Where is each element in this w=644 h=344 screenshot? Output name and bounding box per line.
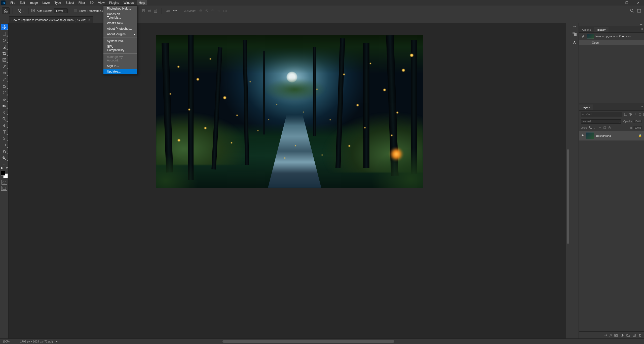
type-tool[interactable]: [1, 129, 8, 135]
spot-heal-tool[interactable]: [1, 70, 8, 76]
layer-visibility-icon[interactable]: 👁: [581, 134, 584, 137]
document-canvas[interactable]: [156, 35, 423, 188]
menu-file[interactable]: File: [8, 0, 17, 5]
filter-type-icon[interactable]: T: [633, 112, 637, 116]
layer-row[interactable]: 👁 Background 🔒: [579, 131, 644, 141]
tool-preset[interactable]: ⌵: [16, 9, 25, 13]
more-align-icon[interactable]: •••: [172, 8, 178, 14]
close-button[interactable]: ✕: [632, 0, 644, 6]
fill-value[interactable]: 100%: [633, 126, 642, 129]
group-layers-icon[interactable]: [626, 334, 630, 337]
align-middle-icon[interactable]: [147, 8, 153, 14]
menu-image[interactable]: Image: [27, 0, 40, 5]
object-selection-tool[interactable]: [1, 44, 8, 50]
hand-tool[interactable]: [1, 149, 8, 155]
filter-shape-icon[interactable]: [638, 112, 642, 116]
layer-style-icon[interactable]: fx: [610, 333, 612, 337]
menu-select[interactable]: Select: [63, 0, 76, 5]
filter-smart-icon[interactable]: [643, 112, 644, 116]
history-brush-source-icon[interactable]: [581, 34, 585, 39]
link-layers-icon[interactable]: ⚯: [604, 333, 607, 337]
show-transform-checkbox[interactable]: [74, 9, 77, 12]
filter-pixel-icon[interactable]: [624, 112, 628, 116]
expand-panels-icon[interactable]: ◂◂: [570, 25, 579, 28]
menu-photoshop-help[interactable]: Photoshop Help...: [103, 6, 137, 11]
path-selection-tool[interactable]: [1, 135, 8, 142]
clone-stamp-tool[interactable]: [1, 83, 8, 89]
distribute-spacing-icon[interactable]: [165, 8, 170, 14]
menu-hands-on-tutorials[interactable]: Hands-on Tutorials...: [103, 11, 137, 20]
character-panel-icon[interactable]: A: [572, 40, 578, 46]
menu-gpu-compatibility[interactable]: GPU Compatibility...: [103, 44, 137, 53]
menu-edit[interactable]: Edit: [17, 0, 27, 5]
menu-window[interactable]: Window: [121, 0, 137, 5]
menu-plugins[interactable]: Plugins: [107, 0, 121, 5]
search-icon[interactable]: [629, 8, 635, 14]
menu-3d[interactable]: 3D: [87, 0, 96, 5]
menu-about-plugins[interactable]: About Plugins: [103, 31, 137, 37]
gradient-tool[interactable]: [1, 103, 8, 109]
close-tab-icon[interactable]: ×: [88, 18, 90, 21]
document-info[interactable]: 1792 px x 1024 px (72 ppi): [20, 340, 53, 343]
layer-filter-input[interactable]: [581, 112, 622, 117]
layer-mask-icon[interactable]: [614, 334, 618, 337]
menu-layer[interactable]: Layer: [40, 0, 52, 5]
lock-all-icon[interactable]: [608, 126, 612, 129]
pen-tool[interactable]: [1, 122, 8, 128]
frame-tool[interactable]: [1, 57, 8, 63]
brush-tool[interactable]: [1, 77, 8, 83]
blur-tool[interactable]: [1, 109, 8, 115]
foreground-color[interactable]: [1, 171, 5, 176]
actions-tab[interactable]: Actions: [579, 27, 594, 32]
color-swatches[interactable]: [1, 171, 8, 178]
filter-adjustment-icon[interactable]: [628, 112, 632, 116]
delete-layer-icon[interactable]: [638, 333, 642, 337]
document-tab[interactable]: How to upgrade to Photoshop 2024.webp @ …: [9, 16, 93, 23]
color-panel-icon[interactable]: [572, 31, 578, 37]
align-bottom-icon[interactable]: [153, 8, 159, 14]
lock-transparency-icon[interactable]: [588, 126, 592, 129]
zoom-level[interactable]: 100%: [3, 340, 17, 343]
rectangle-tool[interactable]: [1, 142, 8, 148]
menu-help[interactable]: Help: [137, 0, 147, 5]
screen-mode-icon[interactable]: [1, 186, 7, 191]
lock-position-icon[interactable]: [598, 126, 602, 129]
menu-sign-in[interactable]: Sign In...: [103, 63, 137, 69]
collapse-panels-icon[interactable]: ▸▸: [579, 23, 644, 26]
panel-menu-icon[interactable]: ≡: [641, 27, 643, 31]
align-top-icon[interactable]: [141, 8, 146, 14]
history-state[interactable]: Open: [579, 40, 644, 45]
layer-name[interactable]: Background: [596, 134, 636, 137]
lock-artboard-icon[interactable]: [603, 126, 607, 129]
horizontal-scrollbar[interactable]: [137, 340, 566, 343]
auto-select-checkbox[interactable]: [31, 9, 35, 12]
lasso-tool[interactable]: [1, 37, 8, 43]
maximize-button[interactable]: ❐: [621, 0, 632, 6]
history-snapshot[interactable]: How to upgrade to Photoshop ...: [579, 33, 644, 40]
menu-view[interactable]: View: [96, 0, 107, 5]
lock-pixels-icon[interactable]: [593, 126, 597, 129]
eraser-tool[interactable]: [1, 96, 8, 102]
new-layer-icon[interactable]: [632, 333, 636, 337]
edit-toolbar-icon[interactable]: •••: [3, 163, 6, 165]
move-tool[interactable]: [1, 24, 8, 30]
crop-tool[interactable]: [1, 50, 8, 56]
layer-lock-icon[interactable]: 🔒: [638, 134, 642, 137]
quick-mask-icon[interactable]: [1, 180, 7, 185]
auto-select-target[interactable]: Layer: [54, 8, 68, 13]
menu-system-info[interactable]: System Info...: [103, 38, 137, 44]
opacity-value[interactable]: 100%: [633, 120, 642, 123]
menu-filter[interactable]: Filter: [76, 0, 88, 5]
zoom-tool[interactable]: [1, 155, 8, 161]
menu-whats-new[interactable]: What's New...: [103, 20, 137, 26]
menu-about-photoshop[interactable]: About Photoshop...: [103, 26, 137, 31]
panel-menu-icon[interactable]: ≡: [641, 105, 643, 108]
dodge-tool[interactable]: [1, 116, 8, 122]
eyedropper-tool[interactable]: [1, 63, 8, 70]
marquee-tool[interactable]: [1, 31, 8, 37]
menu-updates[interactable]: Updates...: [103, 69, 137, 74]
vertical-scrollbar[interactable]: [566, 23, 570, 338]
history-brush-tool[interactable]: [1, 90, 8, 96]
blend-mode-select[interactable]: Normal: [581, 119, 621, 124]
minimize-button[interactable]: ─: [609, 0, 621, 6]
